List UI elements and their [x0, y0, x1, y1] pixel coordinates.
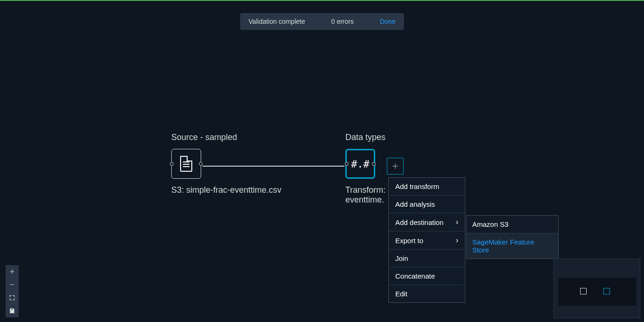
node-data-types[interactable]: Data types #.# Transform: eventtime.: [345, 133, 385, 205]
flow-canvas[interactable]: Source - sampled S3: simple-frac-eventti…: [0, 0, 644, 322]
save-button[interactable]: [6, 304, 19, 317]
add-step-button[interactable]: [387, 158, 404, 175]
zoom-in-button[interactable]: [6, 265, 19, 278]
fullscreen-icon: [9, 294, 15, 301]
export-submenu: Amazon S3 SageMaker Feature Store: [466, 215, 559, 259]
save-icon: [9, 308, 15, 314]
menu-add-destination[interactable]: Add destination ›: [389, 213, 465, 231]
node-source-title: Source - sampled: [171, 133, 281, 142]
submenu-amazon-s3[interactable]: Amazon S3: [467, 216, 558, 233]
node-source-subtitle: S3: simple-frac-eventtime.csv: [171, 185, 281, 195]
chevron-right-icon: ›: [456, 218, 458, 226]
port-in[interactable]: [345, 162, 349, 166]
file-icon: [180, 156, 192, 172]
node-source[interactable]: Source - sampled S3: simple-frac-eventti…: [171, 133, 281, 195]
menu-add-transform[interactable]: Add transform: [389, 178, 465, 196]
connector-source-to-types: [203, 166, 344, 167]
menu-edit[interactable]: Edit: [389, 285, 465, 302]
node-source-box[interactable]: [171, 149, 201, 179]
node-types-title: Data types: [345, 133, 385, 142]
menu-concatenate[interactable]: Concatenate: [389, 267, 465, 285]
plus-icon: [391, 162, 399, 170]
menu-join[interactable]: Join: [389, 250, 465, 267]
fit-button[interactable]: [6, 291, 19, 304]
port-out[interactable]: [199, 162, 203, 166]
node-types-subtitle: Transform: eventtime.: [345, 185, 385, 205]
menu-add-analysis[interactable]: Add analysis: [389, 196, 465, 213]
submenu-sagemaker-feature-store[interactable]: SageMaker Feature Store: [467, 233, 558, 259]
minimap-canvas: [559, 278, 636, 306]
plus-icon: [9, 268, 15, 275]
port-out[interactable]: [372, 162, 376, 166]
node-types-box[interactable]: #.#: [345, 149, 375, 179]
context-menu: Add transform Add analysis Add destinati…: [388, 177, 465, 303]
zoom-out-button[interactable]: [6, 278, 19, 291]
minimap-node-source: [580, 288, 587, 294]
chevron-right-icon: ›: [456, 236, 458, 245]
hash-icon: #.#: [351, 158, 370, 170]
minus-icon: [9, 281, 15, 288]
menu-export-to[interactable]: Export to ›: [389, 231, 465, 250]
minimap[interactable]: [553, 259, 640, 318]
zoom-panel: [6, 265, 19, 317]
minimap-node-types: [603, 288, 610, 294]
port-in[interactable]: [170, 162, 174, 166]
